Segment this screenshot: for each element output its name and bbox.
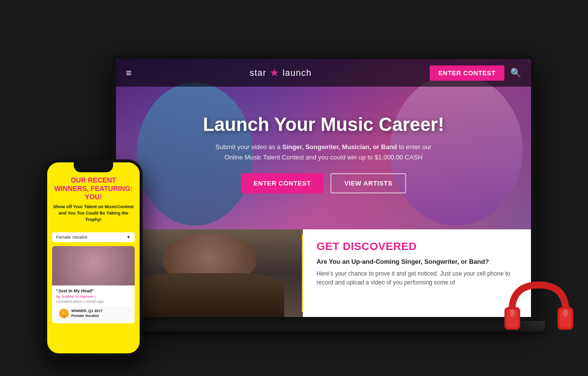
- get-discovered-text: Here's your chance to prove it and get n…: [317, 269, 517, 287]
- hero-content: Launch Your Music Career! Submit your vi…: [203, 115, 444, 193]
- bottom-left-image: [116, 229, 303, 317]
- get-discovered-title: GET DISCOVERED: [317, 240, 517, 253]
- phone-device: OUR RECENT WINNERS, FEATURING: YOU! Show…: [44, 159, 143, 356]
- phone-song-title: "Just In My Head": [56, 288, 131, 293]
- phone-artist-name[interactable]: Justine Jo Hansen: [61, 294, 94, 299]
- chevron-down-icon: ▼: [126, 235, 131, 240]
- nav-enter-contest-button[interactable]: ENTER CONTEST: [430, 65, 504, 81]
- hero-subtitle: Submit your video as a Singer, Songwrite…: [206, 142, 441, 163]
- hero-section: ≡ star ★ launch ENTER CONTEST 🔍 Launch Y…: [116, 59, 531, 234]
- phone-card-image: [52, 246, 135, 285]
- laptop-screen-frame: ≡ star ★ launch ENTER CONTEST 🔍 Launch Y…: [112, 55, 535, 321]
- phone-winner-card: "Just In My Head" by Justine Jo Hansen |…: [52, 246, 135, 323]
- winner-info: WINNER, Q1 2017 Female Vocalist: [71, 309, 102, 318]
- laptop-base: [102, 321, 545, 332]
- hero-title: Launch Your Music Career!: [203, 115, 444, 135]
- phone-winner-badge: 🏆 WINNER, Q1 2017 Female Vocalist: [56, 307, 131, 320]
- logo-star-icon: ★: [269, 66, 280, 79]
- svg-point-4: [510, 309, 515, 317]
- hero-enter-contest-button[interactable]: ENTER CONTEST: [241, 173, 323, 193]
- phone-artist-credit: by Justine Jo Hansen |: [56, 294, 131, 299]
- hero-buttons: ENTER CONTEST VIEW ARTISTS: [203, 173, 444, 193]
- headphones-decoration: [500, 268, 578, 346]
- phone-category-dropdown[interactable]: Female Vocalist ▼: [52, 232, 135, 242]
- get-discovered-section: GET DISCOVERED Are You an Up-and-Coming …: [303, 229, 531, 317]
- winner-label: WINNER, Q1 2017: [71, 309, 102, 313]
- navbar: ≡ star ★ launch ENTER CONTEST 🔍: [116, 59, 531, 87]
- site-logo[interactable]: star ★ launch: [250, 66, 312, 79]
- phone-header-subtitle: Show off Your Talent on MusicContest and…: [53, 204, 134, 222]
- nav-right-actions: ENTER CONTEST 🔍: [430, 65, 521, 81]
- logo-text-right: launch: [283, 68, 312, 78]
- trophy-icon: 🏆: [59, 309, 69, 318]
- by-label: by: [56, 294, 60, 299]
- phone-screen: OUR RECENT WINNERS, FEATURING: YOU! Show…: [47, 162, 140, 353]
- phone-notch: [74, 162, 113, 172]
- phone-dropdown-label: Female Vocalist: [56, 235, 88, 240]
- phone-header: OUR RECENT WINNERS, FEATURING: YOU! Show…: [47, 162, 140, 228]
- logo-text-left: star: [250, 68, 266, 78]
- phone-frame: OUR RECENT WINNERS, FEATURING: YOU! Show…: [44, 159, 143, 356]
- get-discovered-subtitle: Are You an Up-and-Coming Singer, Songwri…: [317, 258, 517, 265]
- svg-point-5: [563, 309, 568, 317]
- phone-card-body: "Just In My Head" by Justine Jo Hansen |…: [52, 285, 135, 323]
- bottom-section: GET DISCOVERED Are You an Up-and-Coming …: [116, 229, 531, 317]
- hero-view-artists-button[interactable]: VIEW ARTISTS: [330, 173, 406, 193]
- phone-artist-photo: [52, 246, 135, 285]
- phone-header-title: OUR RECENT WINNERS, FEATURING: YOU!: [53, 176, 134, 201]
- laptop-device: ≡ star ★ launch ENTER CONTEST 🔍 Launch Y…: [112, 55, 535, 341]
- search-icon[interactable]: 🔍: [510, 67, 521, 78]
- artist-photo: [116, 229, 303, 317]
- phone-upload-date: Uploaded about 1 month ago: [56, 299, 131, 304]
- screen-content: ≡ star ★ launch ENTER CONTEST 🔍 Launch Y…: [116, 59, 531, 317]
- hamburger-menu-icon[interactable]: ≡: [126, 67, 132, 79]
- winner-category: Female Vocalist: [71, 313, 102, 318]
- separator: |: [95, 294, 96, 299]
